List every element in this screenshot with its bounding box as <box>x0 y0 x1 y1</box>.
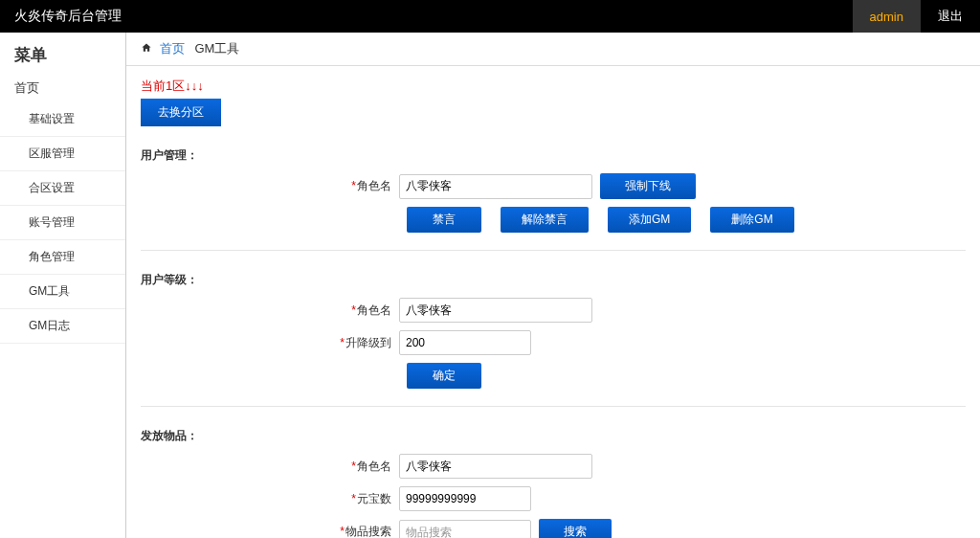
force-offline-button[interactable]: 强制下线 <box>600 173 696 199</box>
logout-button[interactable]: 退出 <box>921 0 980 33</box>
sidebar-item-account[interactable]: 账号管理 <box>0 206 125 240</box>
app-title: 火炎传奇后台管理 <box>14 8 853 25</box>
remove-gm-button[interactable]: 删除GM <box>710 207 793 233</box>
main-content: 首页 GM工具 当前1区↓↓↓ 去换分区 用户管理： *角色名 强制下线 禁言 … <box>126 33 980 538</box>
input-userlevel-role[interactable] <box>399 298 592 323</box>
top-bar: 火炎传奇后台管理 admin 退出 <box>0 0 980 33</box>
user-menu[interactable]: admin <box>853 0 921 33</box>
label-userlevel-role: *角色名 <box>141 303 399 319</box>
section-give-item: 发放物品： *角色名 *元宝数 *物品搜索 搜索 *物品名称 <box>141 424 966 538</box>
section-title-usermgr: 用户管理： <box>141 144 966 173</box>
label-userlevel-level: *升降级到 <box>141 335 399 351</box>
sidebar-home[interactable]: 首页 <box>0 74 125 102</box>
section-title-userlevel: 用户等级： <box>141 268 966 298</box>
home-icon <box>141 41 156 56</box>
unmute-button[interactable]: 解除禁言 <box>501 207 589 233</box>
section-title-giveitem: 发放物品： <box>141 424 966 454</box>
sidebar-item-zone[interactable]: 区服管理 <box>0 137 125 171</box>
search-item-button[interactable]: 搜索 <box>539 519 612 538</box>
switch-zone-button[interactable]: 去换分区 <box>141 99 221 126</box>
sidebar-item-role[interactable]: 角色管理 <box>0 240 125 275</box>
breadcrumb: 首页 GM工具 <box>126 33 980 66</box>
sidebar-item-merge[interactable]: 合区设置 <box>0 171 125 206</box>
confirm-level-button[interactable]: 确定 <box>407 363 481 389</box>
sidebar-item-gmtool[interactable]: GM工具 <box>0 275 125 309</box>
input-giveitem-search[interactable] <box>399 520 531 539</box>
mute-button[interactable]: 禁言 <box>407 207 481 233</box>
section-user-level: 用户等级： *角色名 *升降级到 确定 <box>141 268 966 407</box>
sidebar: 菜单 首页 基础设置 区服管理 合区设置 账号管理 角色管理 GM工具 GM日志 <box>0 33 126 538</box>
current-zone-text: 当前1区↓↓↓ <box>141 78 966 95</box>
sidebar-item-basic[interactable]: 基础设置 <box>0 102 125 137</box>
input-usermgr-role[interactable] <box>399 174 592 199</box>
add-gm-button[interactable]: 添加GM <box>608 207 691 233</box>
sidebar-item-gmlog[interactable]: GM日志 <box>0 309 125 344</box>
input-giveitem-role[interactable] <box>399 454 592 479</box>
label-giveitem-search: *物品搜索 <box>141 524 399 538</box>
input-giveitem-gold[interactable] <box>399 486 531 511</box>
label-usermgr-role: *角色名 <box>141 178 399 194</box>
sidebar-heading: 菜单 <box>0 40 125 74</box>
section-user-mgr: 用户管理： *角色名 强制下线 禁言 解除禁言 添加GM 删除GM <box>141 144 966 251</box>
breadcrumb-home-link[interactable]: 首页 <box>160 41 185 56</box>
label-giveitem-role: *角色名 <box>141 459 399 475</box>
breadcrumb-current: GM工具 <box>194 41 239 56</box>
input-userlevel-level[interactable] <box>399 330 531 355</box>
label-giveitem-gold: *元宝数 <box>141 491 399 507</box>
